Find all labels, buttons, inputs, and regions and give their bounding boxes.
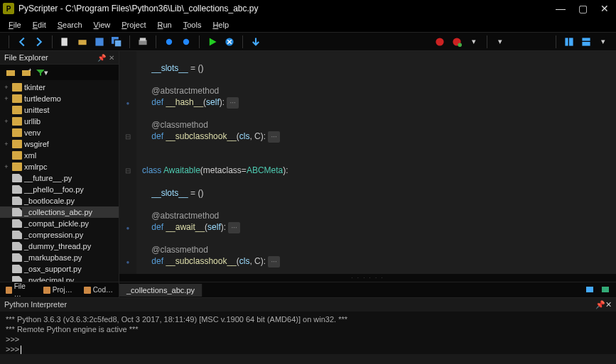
folder-node[interactable]: +urllib bbox=[0, 116, 119, 127]
file-node[interactable]: _markupbase.py bbox=[0, 252, 119, 263]
folder-node[interactable]: +tkinter bbox=[0, 82, 119, 93]
dropdown-b[interactable]: ▾ bbox=[494, 35, 507, 48]
svg-rect-4 bbox=[114, 40, 121, 47]
folder-node[interactable]: +turtledemo bbox=[0, 93, 119, 104]
tab-tool-b-icon[interactable] bbox=[600, 285, 612, 296]
svg-rect-1 bbox=[78, 40, 86, 45]
filter-icon[interactable]: ▾ bbox=[36, 67, 48, 78]
file-tree[interactable]: +tkinter+turtledemounittest+urllibvenv+w… bbox=[0, 80, 119, 282]
breakpoint-button[interactable] bbox=[450, 35, 463, 48]
menu-bar: FileEditSearchViewProjectRunToolsHelp bbox=[0, 17, 616, 33]
svg-rect-16 bbox=[582, 42, 590, 46]
dropdown-a[interactable]: ▾ bbox=[468, 35, 480, 48]
layout-b-button[interactable] bbox=[580, 35, 593, 48]
svg-point-12 bbox=[458, 43, 462, 47]
sidebar-tabs: File …Proj…Cod… bbox=[0, 282, 119, 297]
window-title: PyScripter - C:\Program Files\Python36\L… bbox=[18, 4, 556, 13]
menu-view[interactable]: View bbox=[88, 19, 117, 31]
svg-rect-15 bbox=[582, 38, 590, 40]
folder-node[interactable]: xml bbox=[0, 150, 119, 161]
folder-node[interactable]: +xmlrpc bbox=[0, 161, 119, 172]
new-folder-icon[interactable]: + bbox=[20, 67, 33, 78]
svg-text:+: + bbox=[28, 68, 31, 73]
file-node[interactable]: __phello__foo.py bbox=[0, 184, 119, 195]
menu-run[interactable]: Run bbox=[152, 19, 178, 31]
file-node[interactable]: __future__.py bbox=[0, 172, 119, 184]
file-explorer-title: File Explorer bbox=[4, 53, 94, 62]
menu-help[interactable]: Help bbox=[207, 19, 234, 31]
svg-rect-17 bbox=[6, 70, 15, 76]
sidebar-tab[interactable]: Proj… bbox=[38, 282, 78, 297]
step-button[interactable] bbox=[249, 35, 262, 48]
file-node[interactable]: _compression.py bbox=[0, 229, 119, 241]
python-interpreter[interactable]: *** Python 3.6.3 (v3.6.3:2c5fed8, Oct 3 … bbox=[0, 311, 616, 354]
folder-up-icon[interactable] bbox=[4, 67, 17, 78]
editor-panel: ●⊟⊟●●⊟●●● __slots__ = () @abstractmethod… bbox=[119, 51, 616, 297]
back-button[interactable] bbox=[16, 35, 28, 48]
toolbar: ▾ ▾ ▾ bbox=[0, 33, 616, 51]
folder-node[interactable]: +wsgiref bbox=[0, 138, 119, 150]
file-node[interactable]: _bootlocale.py bbox=[0, 195, 119, 206]
tab-tool-a-icon[interactable] bbox=[585, 285, 596, 296]
sidebar-tab[interactable]: Cod… bbox=[78, 282, 119, 297]
cursor bbox=[21, 346, 21, 354]
prompt: >>> bbox=[6, 335, 19, 343]
close-button[interactable]: ✕ bbox=[600, 3, 609, 14]
save-button[interactable] bbox=[93, 35, 106, 48]
new-button[interactable] bbox=[59, 35, 72, 48]
title-bar: P PyScripter - C:\Program Files\Python36… bbox=[0, 0, 616, 17]
file-explorer-panel: File Explorer 📌 ✕ + ▾ +tkinter+turtledem… bbox=[0, 51, 119, 297]
interpreter-header: Python Interpreter 📌 ✕ bbox=[0, 297, 616, 311]
file-node[interactable]: _osx_support.py bbox=[0, 263, 119, 275]
folder-node[interactable]: venv bbox=[0, 127, 119, 138]
svg-point-10 bbox=[436, 38, 443, 45]
layout-a-button[interactable] bbox=[563, 35, 576, 48]
open-button[interactable] bbox=[76, 35, 89, 48]
run-button[interactable] bbox=[206, 35, 219, 48]
panel-close-icon[interactable]: ✕ bbox=[109, 54, 114, 62]
svg-rect-21 bbox=[602, 287, 609, 292]
svg-rect-20 bbox=[586, 287, 593, 292]
interpreter-pin-icon[interactable]: 📌 bbox=[595, 300, 605, 309]
svg-point-8 bbox=[183, 38, 189, 44]
svg-rect-6 bbox=[140, 38, 146, 40]
stop-button[interactable] bbox=[433, 35, 446, 48]
interpreter-close-icon[interactable]: ✕ bbox=[605, 300, 612, 309]
file-explorer-toolbar: + ▾ bbox=[0, 65, 119, 80]
print-button[interactable] bbox=[136, 35, 149, 48]
pin-icon[interactable]: 📌 bbox=[97, 54, 106, 62]
svg-rect-0 bbox=[61, 38, 67, 45]
svg-rect-2 bbox=[95, 38, 103, 45]
interpreter-line: *** Remote Python engine is active *** bbox=[6, 324, 610, 334]
tool-a[interactable] bbox=[163, 35, 175, 48]
debug-button[interactable] bbox=[223, 35, 236, 48]
svg-point-7 bbox=[166, 38, 172, 44]
file-node[interactable]: _dummy_thread.py bbox=[0, 241, 119, 252]
prompt: >>> bbox=[6, 345, 19, 353]
maximize-button[interactable]: ▢ bbox=[578, 3, 588, 14]
folder-node[interactable]: unittest bbox=[0, 104, 119, 116]
interpreter-line: *** Python 3.6.3 (v3.6.3:2c5fed8, Oct 3 … bbox=[6, 314, 610, 324]
interpreter-title: Python Interpreter bbox=[4, 300, 595, 309]
save-all-button[interactable] bbox=[110, 35, 123, 48]
file-node[interactable]: _pydecimal.py bbox=[0, 275, 119, 282]
minimize-button[interactable]: — bbox=[556, 3, 566, 14]
editor-tab[interactable]: _collections_abc.py bbox=[119, 284, 202, 297]
file-node[interactable]: _compat_pickle.py bbox=[0, 218, 119, 229]
splitter-handle[interactable]: · · · · · · bbox=[119, 274, 616, 282]
dropdown-c[interactable]: ▾ bbox=[597, 35, 610, 48]
sidebar-tab[interactable]: File … bbox=[0, 282, 38, 297]
forward-button[interactable] bbox=[33, 35, 45, 48]
app-icon: P bbox=[3, 3, 14, 14]
menu-file[interactable]: File bbox=[3, 19, 27, 31]
svg-rect-13 bbox=[565, 38, 568, 45]
svg-rect-14 bbox=[569, 38, 573, 45]
menu-project[interactable]: Project bbox=[116, 19, 151, 31]
menu-edit[interactable]: Edit bbox=[27, 19, 52, 31]
file-node[interactable]: _collections_abc.py bbox=[0, 206, 119, 218]
menu-tools[interactable]: Tools bbox=[178, 19, 207, 31]
menu-search[interactable]: Search bbox=[52, 19, 88, 31]
code-editor[interactable]: ●⊟⊟●●⊟●●● __slots__ = () @abstractmethod… bbox=[119, 51, 616, 274]
tool-b[interactable] bbox=[180, 35, 193, 48]
